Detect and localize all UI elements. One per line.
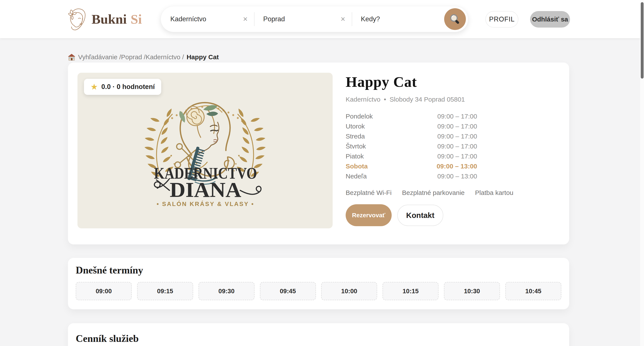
salon-address: Slobody 34 Poprad 05801 (390, 96, 465, 103)
hours-time: 09:00 – 17:00 (437, 153, 477, 160)
salon-card: ★ 0.0 · 0 hodnotení (68, 63, 569, 244)
pricing-card: Cenník služieb (68, 323, 569, 346)
hours-time: 09:00 – 17:00 (437, 133, 477, 140)
time-slot-button[interactable]: 10:30 (444, 282, 500, 300)
salon-logo-illustration: KADERNICTVO DIANA • SALÓN KRÁSY & VLASY … (142, 84, 268, 216)
brand-name-primary: Bukni (92, 12, 127, 27)
hours-row: Nedeľa 09:00 – 13:00 (346, 171, 477, 181)
salon-name: Happy Cat (346, 73, 565, 91)
scrollbar-track[interactable] (640, 0, 644, 346)
clear-location-icon[interactable]: × (341, 15, 345, 23)
pricing-title: Cenník služieb (76, 333, 561, 344)
time-slot-button[interactable]: 09:00 (76, 282, 132, 300)
main-content: ★ 0.0 · 0 hodnotení (68, 63, 569, 346)
search-segment-date (352, 6, 444, 32)
time-slot-button[interactable]: 10:15 (382, 282, 438, 300)
amenity-item: Bezplatné parkovanie (402, 189, 465, 196)
today-slots-card: Dnešné termíny 09:00 09:15 09:30 09:45 1… (68, 258, 569, 309)
breadcrumb-trail[interactable]: Vyhľadávanie /Poprad /Kaderníctvo / (78, 53, 184, 61)
today-slots-title: Dnešné termíny (76, 264, 561, 276)
hours-day: Piatok (346, 153, 364, 160)
hours-row-today: Sobota 09:00 – 13:00 (346, 161, 477, 171)
rating-badge: ★ 0.0 · 0 hodnotení (84, 79, 161, 95)
salon-info: Happy Cat Kaderníctvo • Slobody 34 Popra… (346, 73, 565, 226)
brand-logo[interactable]: BukniSi (67, 7, 142, 32)
hours-time: 09:00 – 17:00 (437, 143, 477, 150)
home-icon[interactable] (68, 53, 76, 61)
breadcrumb: Vyhľadávanie /Poprad /Kaderníctvo / Happ… (68, 53, 219, 61)
time-slot-button[interactable]: 09:45 (260, 282, 316, 300)
clear-service-icon[interactable]: × (243, 15, 248, 23)
hours-time: 09:00 – 17:00 (437, 113, 477, 120)
scrollbar-thumb[interactable] (641, 2, 644, 79)
action-buttons: Rezervovať Kontakt (346, 204, 565, 226)
salon-address-row: Kaderníctvo • Slobody 34 Poprad 05801 (346, 96, 565, 103)
search-icon (449, 13, 461, 26)
star-icon: ★ (90, 83, 98, 91)
contact-button[interactable]: Kontakt (397, 205, 443, 226)
hours-day: Streda (346, 133, 365, 140)
time-slots: 09:00 09:15 09:30 09:45 10:00 10:15 10:3… (76, 282, 561, 300)
amenities: Bezplatné Wi-Fi Bezplatné parkovanie Pla… (346, 189, 565, 196)
top-bar: BukniSi × × PROFIL Odhlásiť sa (0, 0, 644, 38)
search-submit-button[interactable] (444, 8, 466, 30)
search-segment-service: × (161, 6, 254, 32)
salon-logo-line3: • SALÓN KRÁSY & VLASY • (157, 201, 254, 207)
salon-image: ★ 0.0 · 0 hodnotení (78, 73, 333, 228)
hours-day: Utorok (346, 123, 365, 130)
hours-row: Piatok 09:00 – 17:00 (346, 151, 477, 161)
search-segment-location: × (254, 6, 352, 32)
hours-day: Sobota (346, 163, 368, 170)
hours-row: Utorok 09:00 – 17:00 (346, 121, 477, 131)
hours-row: Pondelok 09:00 – 17:00 (346, 111, 477, 121)
hours-time: 09:00 – 17:00 (437, 123, 477, 130)
time-slot-button[interactable]: 09:30 (198, 282, 254, 300)
hours-day: Nedeľa (346, 173, 367, 180)
time-slot-button[interactable]: 09:15 (137, 282, 193, 300)
hours-time: 09:00 – 13:00 (437, 173, 477, 180)
breadcrumb-current: Happy Cat (186, 53, 219, 61)
hours-row: Streda 09:00 – 17:00 (346, 131, 477, 141)
brand-wordmark: BukniSi (92, 12, 142, 27)
profile-button[interactable]: PROFIL (486, 11, 518, 28)
hours-time: 09:00 – 13:00 (436, 163, 477, 170)
salon-category: Kaderníctvo (346, 96, 380, 103)
time-slot-button[interactable]: 10:00 (321, 282, 377, 300)
location-search-input[interactable] (263, 15, 341, 23)
amenity-item: Platba kartou (475, 189, 514, 196)
hours-row: Štvrtok 09:00 – 17:00 (346, 141, 477, 151)
rating-text: 0.0 · 0 hodnotení (101, 83, 155, 91)
address-separator: • (384, 96, 386, 103)
brand-woman-icon (67, 7, 88, 32)
salon-logo-line2: DIANA (170, 178, 241, 201)
reserve-button[interactable]: Rezervovať (346, 204, 392, 226)
logout-button[interactable]: Odhlásiť sa (530, 11, 570, 28)
search-bar: × × (160, 6, 468, 32)
amenity-item: Bezplatné Wi-Fi (346, 189, 392, 196)
brand-name-secondary: Si (130, 12, 142, 27)
time-slot-button[interactable]: 10:45 (505, 282, 561, 300)
opening-hours: Pondelok 09:00 – 17:00 Utorok 09:00 – 17… (346, 111, 477, 181)
service-search-input[interactable] (170, 15, 243, 23)
hours-day: Štvrtok (346, 143, 366, 150)
hours-day: Pondelok (346, 113, 373, 120)
date-search-input[interactable] (360, 15, 444, 23)
